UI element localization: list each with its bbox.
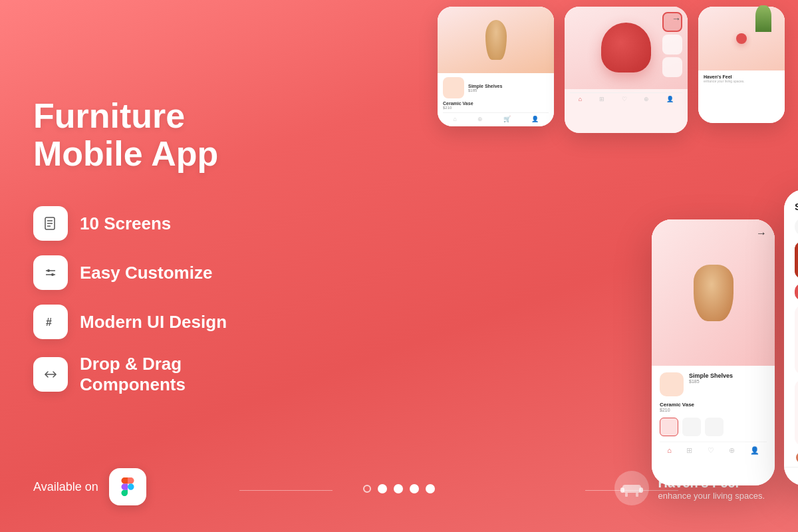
vase-shape [485,20,507,60]
cat-popular[interactable]: Popular [795,284,798,300]
left-panel: Furniture Mobile App 10 Screens [0,0,319,532]
feature-customize: Easy Customize [33,255,286,290]
social-proof-row: 170+ People love this item! [784,451,798,467]
drag-label: Drop & Drag Components [80,354,286,395]
svg-text:#: # [46,317,52,328]
center-phone-content: See what's new ≡ 🔍 Search [784,190,798,485]
mini-1-product-text: Simple Shelves $185 [468,84,502,92]
feature-design: # Modern UI Design [33,305,286,339]
lp-arrow-icon: → [756,227,767,239]
nav-user-2: 👤 [666,96,674,102]
category-tabs: Popular New arrival Bed Chair [784,284,798,305]
mini-3-title: Haven's Feel [704,74,779,79]
mini-2-chair-shape [601,23,651,72]
center-header: See what's new ≡ [784,190,798,217]
search-box[interactable]: 🔍 Search [795,217,798,236]
avatar-1 [795,451,798,464]
mini-1-product-img [438,7,554,73]
mini-1-product-price: $185 [468,88,502,92]
mini-3-content: Haven's Feel enhance your living spaces. [698,7,785,123]
feature-drag: Drop & Drag Components [33,354,286,395]
main-title: Furniture Mobile App [33,97,286,173]
mini-1-product-name: Simple Shelves [468,84,502,88]
nav-home-lp: ⌂ [667,446,672,455]
avatar-group [795,451,798,464]
mini-screen-1-content: Simple Shelves $185 Ceramic Vase $210 ⌂ … [438,7,554,126]
svg-point-7 [51,273,54,276]
mini-1-nav: ⌂ ⊕ 🛒 👤 [443,112,549,122]
search-row: 🔍 Search [784,217,798,241]
nav-cart-lp: ⊕ [729,446,735,455]
lp-thumb-1 [660,372,684,396]
hero-banner: Haven's Feel Furniture sale [795,241,798,279]
nav-cart-2: ⊕ [644,96,649,102]
customize-label: Easy Customize [80,263,212,283]
figma-icon[interactable] [109,468,146,505]
mini-phone-2: → ⌂ ⊞ ♡ ⊕ 👤 [565,7,688,133]
lp-bottom-content: Simple Shelves $185 Ceramic Vase $210 [652,366,775,466]
feature-screens: 10 Screens [33,206,286,241]
features-list: 10 Screens Easy Customize # [33,206,286,395]
design-icon: # [33,305,68,339]
mini-2-arrow: → [672,13,681,24]
mini-2-product-img: → [565,7,688,89]
thumb-active-1 [660,418,678,436]
lp-vase-price: $210 [660,408,767,412]
lp-thumbnails [660,418,767,436]
lp-price: $185 [689,379,733,384]
center-title: See what's new [795,201,798,212]
mini-screen-2-content: → ⌂ ⊞ ♡ ⊕ 👤 [565,7,688,133]
nav-heart-lp: ♡ [708,446,714,455]
mini-1-bottom: Simple Shelves $185 Ceramic Vase $210 ⌂ … [438,73,554,126]
bottom-nav: ⌂ ⊞ ♡ 🛒 👤 [784,467,798,485]
mini-2-nav: ⌂ ⊞ ♡ ⊕ 👤 [570,92,682,105]
screens-label: 10 Screens [80,213,171,234]
nav-home-2: ⌂ [579,96,582,102]
top-phones-row: Simple Shelves $185 Ceramic Vase $210 ⌂ … [438,0,785,133]
separator-left [239,490,332,491]
thumb-2 [662,35,682,55]
available-on-section: Available on [33,468,146,505]
svg-point-6 [47,269,50,272]
nav-user-lp: 👤 [750,446,759,455]
mini-1-thumb [443,77,464,98]
mini-phone-3: Haven's Feel enhance your living spaces. [698,7,785,123]
screens-icon [33,206,68,241]
drag-icon [33,357,68,392]
lp-nav: ⌂ ⊞ ♡ ⊕ 👤 [660,442,767,459]
product-card-1[interactable]: ♡ → Red Armchair $300 [795,305,798,374]
customize-icon [33,255,68,290]
main-phones-row: → Simple Shelves $185 Ceramic Vase [638,190,798,485]
content-wrapper: Furniture Mobile App 10 Screens [0,0,798,532]
mini-1-vase-name: Ceramic Vase [443,101,549,106]
lp-name: Simple Shelves [689,372,733,379]
nav-search: ⊕ [477,116,483,122]
nav-grid-lp: ⊞ [686,446,692,455]
available-on-text: Available on [33,480,98,494]
phone-left: → Simple Shelves $185 Ceramic Vase [652,219,775,485]
nav-user: 👤 [531,116,539,122]
design-label: Modern UI Design [80,312,227,332]
products-grid: ♡ → Red Armchair $300 ♡ → [784,305,798,451]
mini-3-bottom: Haven's Feel enhance your living spaces. [698,70,785,88]
nav-home: ⌂ [453,116,456,122]
product-card-3[interactable]: ♡ → Sofa Chair $450 [795,380,798,446]
mini-phone-1: Simple Shelves $185 Ceramic Vase $210 ⌂ … [438,7,554,126]
mini-3-img [698,7,785,70]
left-phone-content: → Simple Shelves $185 Ceramic Vase [652,219,775,485]
nav-cart: 🛒 [503,116,511,122]
mini-1-vase-price: $210 [443,106,549,110]
lp-img-area: → [652,219,775,366]
hero-overlay [795,241,798,279]
thumb-3 [662,57,682,77]
mini-3-desc: enhance your living spaces. [704,79,779,84]
lp-product-info: Simple Shelves $185 [689,372,733,396]
lp-vase-name: Ceramic Vase [660,402,767,408]
lp-product-row: Simple Shelves $185 [660,372,767,396]
phones-panel: Simple Shelves $185 Ceramic Vase $210 ⌂ … [319,0,798,532]
thumb-2 [682,418,701,436]
thumb-3 [705,418,724,436]
mini-1-product-row: Simple Shelves $185 [443,77,549,98]
nav-grid: ⊞ [599,96,604,102]
lp-vase-shape [694,265,733,321]
